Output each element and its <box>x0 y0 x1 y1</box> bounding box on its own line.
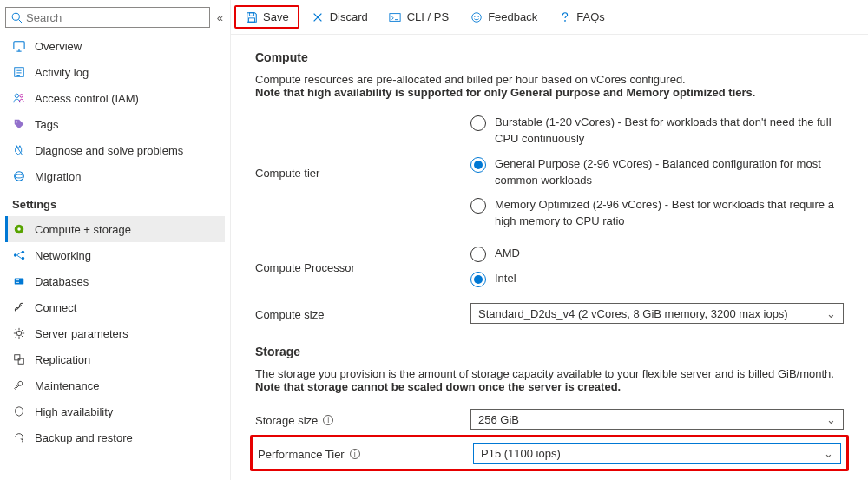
compute-description: Compute resources are pre-allocated and … <box>255 73 844 99</box>
svg-rect-22 <box>16 279 20 280</box>
sidebar-item-maintenance[interactable]: Maintenance <box>5 372 225 398</box>
svg-rect-28 <box>248 17 254 21</box>
compute-processor-intel[interactable]: Intel <box>470 271 844 287</box>
sidebar-item-backup-restore[interactable]: Backup and restore <box>5 424 225 450</box>
save-button[interactable]: Save <box>234 5 299 29</box>
sidebar-item-networking[interactable]: Networking <box>5 242 225 268</box>
performance-tier-dropdown[interactable]: P15 (1100 iops) ⌄ <box>473 443 841 464</box>
radio-unselected-icon <box>470 198 486 214</box>
sidebar-item-access-control[interactable]: Access control (IAM) <box>5 85 225 111</box>
sidebar-item-compute-storage[interactable]: Compute + storage <box>5 216 225 242</box>
sidebar-item-label: Replication <box>35 353 90 366</box>
databases-icon <box>12 274 26 288</box>
cli-icon <box>389 10 402 23</box>
sidebar-item-connect[interactable]: Connect <box>5 294 225 320</box>
replication-icon <box>12 352 26 366</box>
svg-point-16 <box>14 253 17 257</box>
sidebar-item-replication[interactable]: Replication <box>5 346 225 372</box>
sidebar-item-overview[interactable]: Overview <box>5 33 225 59</box>
overview-icon <box>12 39 26 53</box>
svg-point-10 <box>20 95 23 98</box>
main-content: Save Discard CLI / PS Feedback FAQs Comp… <box>231 0 868 480</box>
discard-icon <box>312 10 325 23</box>
cli-label: CLI / PS <box>407 10 449 23</box>
svg-point-32 <box>471 12 481 22</box>
svg-point-33 <box>474 16 475 16</box>
compute-tier-memory-optimized[interactable]: Memory Optimized (2-96 vCores) - Best fo… <box>470 197 844 230</box>
sidebar-item-server-parameters[interactable]: Server parameters <box>5 320 225 346</box>
sidebar-item-label: Migration <box>35 170 81 183</box>
backup-restore-icon <box>12 431 26 444</box>
svg-rect-21 <box>15 279 24 285</box>
sidebar-item-databases[interactable]: Databases <box>5 268 225 294</box>
sidebar-item-activity-log[interactable]: Activity log <box>5 59 225 85</box>
svg-point-17 <box>22 251 25 254</box>
compute-storage-icon <box>12 222 26 236</box>
storage-description: The storage you provision is the amount … <box>255 367 844 393</box>
access-control-icon <box>12 91 26 105</box>
sidebar-item-label: Diagnose and solve problems <box>35 144 183 157</box>
performance-tier-highlight: Performance Tier i P15 (1100 iops) ⌄ <box>250 435 849 471</box>
compute-size-label: Compute size <box>255 303 470 324</box>
svg-point-24 <box>16 331 21 335</box>
chevron-down-icon: ⌄ <box>826 413 836 426</box>
sidebar-item-label: Overview <box>35 40 82 53</box>
svg-rect-23 <box>16 282 20 283</box>
svg-point-18 <box>22 257 25 260</box>
compute-tier-burstable[interactable]: Burstable (1-20 vCores) - Best for workl… <box>470 115 844 148</box>
collapse-sidebar-button[interactable]: « <box>215 10 225 26</box>
sidebar-item-diagnose[interactable]: Diagnose and solve problems <box>5 137 225 163</box>
networking-icon <box>12 248 26 262</box>
sidebar-item-label: Tags <box>35 118 58 131</box>
feedback-button[interactable]: Feedback <box>461 7 546 27</box>
faqs-icon <box>558 10 571 23</box>
cli-button[interactable]: CLI / PS <box>380 7 457 27</box>
chevron-down-icon: ⌄ <box>824 447 833 460</box>
info-icon[interactable]: i <box>350 449 360 459</box>
settings-header: Settings <box>5 189 225 216</box>
feedback-label: Feedback <box>488 10 537 23</box>
svg-point-15 <box>17 227 21 231</box>
high-availability-icon <box>12 404 26 418</box>
search-box[interactable] <box>5 7 210 28</box>
compute-heading: Compute <box>255 50 844 64</box>
svg-point-9 <box>15 94 18 97</box>
activity-log-icon <box>12 65 26 79</box>
sidebar-item-label: Access control (IAM) <box>35 92 139 105</box>
search-input[interactable] <box>26 11 204 24</box>
svg-point-0 <box>12 13 19 20</box>
sidebar-item-label: High availability <box>35 405 113 418</box>
discard-label: Discard <box>330 10 368 23</box>
connect-icon <box>12 300 26 314</box>
toolbar: Save Discard CLI / PS Feedback FAQs <box>231 0 868 35</box>
radio-unselected-icon <box>470 247 486 262</box>
sidebar-item-label: Connect <box>35 301 76 314</box>
tags-icon <box>12 117 26 131</box>
svg-line-19 <box>16 253 21 256</box>
server-parameters-icon <box>12 326 26 340</box>
sidebar-item-high-availability[interactable]: High availability <box>5 398 225 424</box>
compute-tier-general-purpose[interactable]: General Purpose (2-96 vCores) - Balanced… <box>470 156 844 189</box>
info-icon[interactable]: i <box>323 415 333 425</box>
sidebar-item-tags[interactable]: Tags <box>5 111 225 137</box>
save-label: Save <box>263 10 289 23</box>
sidebar-item-label: Maintenance <box>35 379 99 392</box>
save-icon <box>245 10 258 23</box>
svg-line-20 <box>16 255 21 259</box>
search-icon <box>11 12 23 23</box>
feedback-icon <box>470 10 483 23</box>
sidebar-item-label: Networking <box>35 249 91 262</box>
sidebar-item-label: Databases <box>35 275 89 288</box>
diagnose-icon <box>12 143 26 157</box>
compute-size-dropdown[interactable]: Standard_D2ds_v4 (2 vCores, 8 GiB memory… <box>470 303 844 324</box>
sidebar-item-migration[interactable]: Migration <box>5 163 225 189</box>
compute-processor-amd[interactable]: AMD <box>470 246 844 262</box>
storage-size-dropdown[interactable]: 256 GiB ⌄ <box>470 409 844 430</box>
discard-button[interactable]: Discard <box>303 7 377 27</box>
sidebar: « Overview Activity log Access control (… <box>0 0 231 480</box>
faqs-button[interactable]: FAQs <box>549 7 614 27</box>
svg-rect-25 <box>15 355 20 360</box>
svg-line-1 <box>19 19 23 23</box>
sidebar-item-label: Compute + storage <box>35 223 131 236</box>
chevron-down-icon: ⌄ <box>826 307 836 320</box>
